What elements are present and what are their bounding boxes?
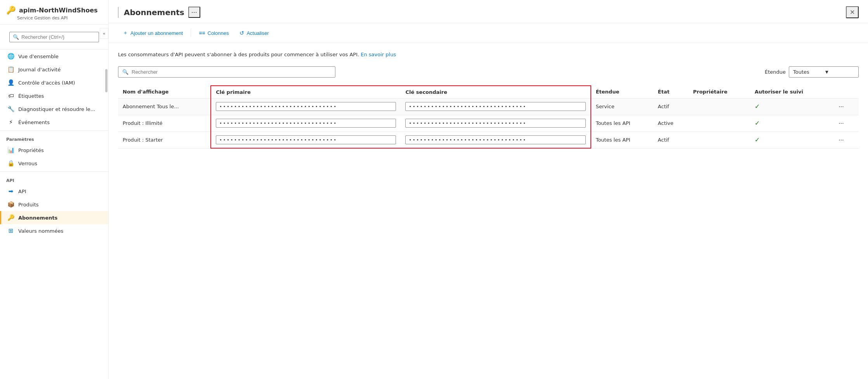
sidebar-label-evenements: Événements [18, 119, 50, 125]
header-more-button[interactable]: ··· [188, 7, 200, 18]
section-label-api: API [0, 173, 108, 185]
proprietes-icon: 📊 [7, 147, 14, 154]
cell-nom-2: Produit : Starter [118, 132, 211, 148]
cell-cle-primaire-1: •••••••••••••••••••••••••••••••• [211, 115, 401, 132]
col-header-cle-primaire: Clé primaire [211, 86, 401, 99]
sidebar-item-etiquettes[interactable]: 🏷 Étiquettes [0, 89, 108, 102]
cell-nom-1: Produit : Illimité [118, 115, 211, 132]
add-subscription-button[interactable]: ＋ Ajouter un abonnement [118, 27, 187, 39]
sidebar-item-journal[interactable]: 📋 Journal d'activité [0, 63, 108, 76]
produits-icon: 📦 [7, 201, 14, 208]
app-name: 🔑 apim-NorthWindShoes [6, 5, 102, 15]
cell-cle-secondaire-1: •••••••••••••••••••••••••••••••• [401, 115, 590, 132]
sidebar-item-api[interactable]: ➡ API [0, 185, 108, 198]
cell-proprietaire-1 [688, 115, 750, 132]
sidebar-item-vue-ensemble[interactable]: 🌐 Vue d'ensemble [0, 50, 108, 63]
toolbar: ＋ Ajouter un abonnement ≡≡ Colonnes ↺ Ac… [109, 23, 868, 43]
search-box[interactable]: 🔍 [118, 66, 335, 78]
sidebar-search-box[interactable]: 🔍 [9, 32, 99, 42]
page-title: Abonnements [124, 8, 184, 17]
etendue-dropdown[interactable]: Toutes ▼ [789, 66, 859, 78]
sidebar-item-valeurs-nommees[interactable]: ⊞ Valeurs nommées [0, 224, 108, 237]
sidebar-item-produits[interactable]: 📦 Produits [0, 198, 108, 211]
close-button[interactable]: ✕ [846, 6, 859, 18]
cell-autoriser-0: ✓ [750, 98, 832, 115]
refresh-button[interactable]: ↺ Actualiser [235, 28, 273, 38]
row-more-button-2[interactable]: ··· [836, 136, 846, 144]
sidebar-header: 🔑 apim-NorthWindShoes Service Gestion de… [0, 0, 108, 25]
sidebar-label-valeurs-nommees: Valeurs nommées [18, 228, 63, 234]
header-divider [118, 7, 118, 18]
sidebar: 🔑 apim-NorthWindShoes Service Gestion de… [0, 0, 109, 379]
api-icon: ➡ [7, 188, 14, 195]
add-icon: ＋ [123, 29, 128, 36]
cell-cle-secondaire-0: •••••••••••••••••••••••••••••••• [401, 98, 590, 115]
col-header-cle-secondaire: Clé secondaire [401, 86, 590, 99]
sidebar-item-diagnostiquer[interactable]: 🔧 Diagnostiquer et résoudre le... [0, 102, 108, 116]
sidebar-label-diagnostiquer: Diagnostiquer et résoudre le... [18, 106, 95, 112]
toolbar-separator-1 [191, 29, 191, 37]
etiquettes-icon: 🏷 [7, 92, 14, 99]
check-icon-1: ✓ [755, 119, 760, 127]
cell-actions-2: ··· [832, 132, 859, 148]
sidebar-label-proprietes: Propriétés [18, 147, 44, 153]
cell-autoriser-2: ✓ [750, 132, 832, 148]
subscriptions-table: Nom d'affichage Clé primaire Clé seconda… [118, 85, 859, 149]
app-subtitle: Service Gestion des API [17, 16, 102, 21]
sidebar-search-input[interactable] [21, 34, 95, 40]
sidebar-label-etiquettes: Étiquettes [18, 93, 44, 99]
key-dots-primary-0: •••••••••••••••••••••••••••••••• [219, 104, 392, 109]
table-row: Produit : Starter ••••••••••••••••••••••… [118, 132, 859, 148]
columns-label: Colonnes [208, 30, 229, 36]
row-more-button-0[interactable]: ··· [836, 102, 846, 111]
cell-autoriser-1: ✓ [750, 115, 832, 132]
sidebar-item-verrous[interactable]: 🔒 Verrous [0, 157, 108, 170]
col-header-actions [832, 86, 859, 99]
refresh-icon: ↺ [240, 30, 244, 36]
diagnostiquer-icon: 🔧 [7, 106, 14, 112]
sidebar-label-vue-ensemble: Vue d'ensemble [18, 54, 59, 59]
col-header-autoriser: Autoriser le suivi [750, 86, 832, 99]
cell-cle-secondaire-2: •••••••••••••••••••••••••••••••• [401, 132, 590, 148]
main-panel: Abonnements ··· ✕ ＋ Ajouter un abonnemen… [109, 0, 868, 379]
col-header-etendue: Étendue [591, 86, 653, 99]
content-area: Les consommateurs d'API peuvent s'abonne… [109, 43, 868, 379]
sidebar-label-verrous: Verrous [18, 161, 37, 166]
divider-parametres [0, 130, 108, 131]
info-text-content: Les consommateurs d'API peuvent s'abonne… [118, 52, 359, 57]
info-link[interactable]: En savoir plus [361, 52, 396, 57]
row-more-button-1[interactable]: ··· [836, 119, 846, 128]
check-icon-0: ✓ [755, 103, 760, 110]
sidebar-collapse-btn[interactable]: « [100, 28, 108, 39]
key-dots-secondary-2: •••••••••••••••••••••••••••••••• [409, 137, 582, 142]
cell-etat-0: Actif [653, 98, 689, 115]
sidebar-label-controle: Contrôle d'accès (IAM) [18, 80, 75, 86]
sidebar-item-abonnements[interactable]: 🔑 Abonnements [0, 211, 108, 224]
sidebar-label-api: API [18, 189, 26, 194]
sidebar-label-abonnements: Abonnements [18, 215, 57, 221]
cell-etat-2: Actif [653, 132, 689, 148]
verrous-icon: 🔒 [7, 160, 14, 167]
filter-row: 🔍 Étendue Toutes ▼ [118, 66, 859, 78]
chevron-down-icon: ▼ [825, 70, 854, 74]
col-header-proprietaire: Propriétaire [688, 86, 750, 99]
columns-icon: ≡≡ [199, 30, 205, 36]
sidebar-item-evenements[interactable]: ⚡ Événements [0, 116, 108, 129]
key-dots-primary-2: •••••••••••••••••••••••••••••••• [219, 137, 392, 142]
key-dots-primary-1: •••••••••••••••••••••••••••••••• [219, 121, 392, 126]
cell-proprietaire-0 [688, 98, 750, 115]
check-icon-2: ✓ [755, 136, 760, 144]
sidebar-item-proprietes[interactable]: 📊 Propriétés [0, 144, 108, 157]
table-row: Produit : Illimité •••••••••••••••••••••… [118, 115, 859, 132]
columns-button[interactable]: ≡≡ Colonnes [194, 28, 233, 38]
sidebar-search-icon: 🔍 [13, 34, 19, 40]
sidebar-item-controle[interactable]: 👤 Contrôle d'accès (IAM) [0, 76, 108, 89]
abonnements-icon: 🔑 [7, 214, 14, 221]
search-input[interactable] [132, 69, 331, 75]
refresh-label: Actualiser [247, 30, 269, 36]
key-dots-secondary-1: •••••••••••••••••••••••••••••••• [409, 121, 582, 126]
controle-icon: 👤 [7, 79, 14, 86]
table-row: Abonnement Tous le... ••••••••••••••••••… [118, 98, 859, 115]
col-header-etat: État [653, 86, 689, 99]
key-input-secondary-2: •••••••••••••••••••••••••••••••• [405, 135, 585, 144]
